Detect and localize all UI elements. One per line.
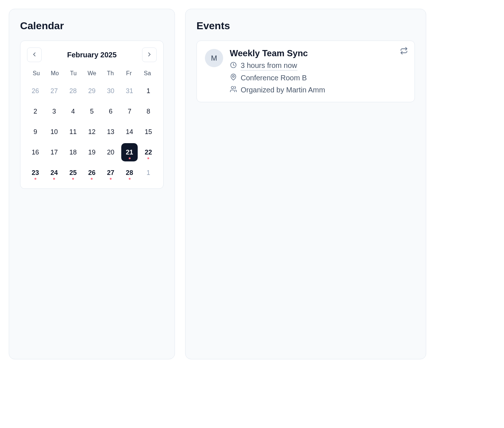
- day-number: 31: [126, 87, 133, 95]
- day-cell[interactable]: 29: [84, 82, 100, 100]
- event-card[interactable]: MWeekly Team Sync3 hours from nowConfere…: [196, 41, 415, 102]
- svg-point-2: [231, 87, 234, 89]
- day-number: 13: [107, 128, 114, 136]
- day-cell[interactable]: 7: [121, 102, 138, 121]
- day-cell[interactable]: 19: [84, 143, 100, 161]
- day-cell[interactable]: 8: [140, 102, 157, 121]
- day-cell[interactable]: 1: [140, 82, 157, 100]
- next-month-button[interactable]: [142, 47, 157, 62]
- prev-month-button[interactable]: [27, 47, 42, 62]
- days-grid: 2627282930311234567891011121314151617181…: [27, 82, 157, 182]
- day-cell[interactable]: 4: [65, 102, 81, 121]
- day-cell[interactable]: 21: [121, 143, 138, 161]
- day-number: 1: [146, 169, 150, 177]
- svg-point-1: [233, 76, 234, 77]
- event-indicator-dot: [129, 157, 130, 159]
- day-number: 12: [88, 128, 95, 136]
- day-cell[interactable]: 27: [46, 82, 63, 100]
- event-indicator-dot: [34, 178, 36, 180]
- day-cell[interactable]: 11: [65, 123, 81, 141]
- day-number: 9: [34, 128, 37, 136]
- day-cell[interactable]: 6: [102, 102, 119, 121]
- event-indicator-dot: [129, 178, 130, 180]
- events-title: Events: [196, 20, 415, 32]
- event-indicator-dot: [72, 178, 74, 180]
- event-time: 3 hours from now: [241, 61, 297, 70]
- day-number: 30: [107, 87, 114, 95]
- weekday-label: Fr: [120, 67, 138, 80]
- events-panel: Events MWeekly Team Sync3 hours from now…: [185, 9, 426, 359]
- day-cell[interactable]: 14: [121, 123, 138, 141]
- day-cell[interactable]: 16: [27, 143, 44, 161]
- day-cell[interactable]: 10: [46, 123, 63, 141]
- weekday-label: Tu: [64, 67, 83, 80]
- calendar-header: February 2025: [27, 47, 157, 62]
- event-location-row: Conference Room B: [230, 73, 406, 83]
- day-cell[interactable]: 25: [65, 164, 81, 182]
- weekday-label: Sa: [138, 67, 157, 80]
- day-cell[interactable]: 20: [102, 143, 119, 161]
- day-cell[interactable]: 1: [140, 164, 157, 182]
- weekday-label: Su: [27, 67, 46, 80]
- chevron-right-icon: [146, 51, 153, 59]
- event-organizer-row: Organized by Martin Amm: [230, 85, 406, 95]
- day-number: 11: [69, 128, 77, 136]
- weekdays-row: SuMoTuWeThFrSa: [27, 67, 157, 80]
- day-cell[interactable]: 17: [46, 143, 63, 161]
- day-cell[interactable]: 12: [84, 123, 100, 141]
- day-number: 22: [145, 149, 152, 156]
- day-cell[interactable]: 23: [27, 164, 44, 182]
- day-cell[interactable]: 24: [46, 164, 63, 182]
- repeat-icon: [400, 47, 408, 56]
- day-cell[interactable]: 9: [27, 123, 44, 141]
- day-cell[interactable]: 28: [121, 164, 138, 182]
- day-cell[interactable]: 15: [140, 123, 157, 141]
- day-cell[interactable]: 26: [84, 164, 100, 182]
- day-number: 25: [69, 169, 77, 177]
- day-cell[interactable]: 5: [84, 102, 100, 121]
- day-cell[interactable]: 13: [102, 123, 119, 141]
- day-number: 27: [50, 87, 58, 95]
- day-number: 16: [32, 149, 39, 156]
- day-number: 4: [71, 108, 75, 115]
- calendar-card: February 2025 SuMoTuWeThFrSa 26272829303…: [20, 41, 164, 189]
- day-number: 17: [50, 149, 58, 156]
- event-time-row: 3 hours from now: [230, 61, 406, 70]
- day-cell[interactable]: 30: [102, 82, 119, 100]
- day-cell[interactable]: 27: [102, 164, 119, 182]
- day-cell[interactable]: 31: [121, 82, 138, 100]
- day-cell[interactable]: 26: [27, 82, 44, 100]
- day-number: 7: [128, 108, 131, 115]
- chevron-left-icon: [31, 51, 38, 59]
- day-number: 6: [109, 108, 112, 115]
- day-number: 3: [52, 108, 56, 115]
- organizer-avatar: M: [205, 49, 223, 67]
- day-cell[interactable]: 22: [140, 143, 157, 161]
- day-number: 27: [107, 169, 114, 177]
- map-pin-icon: [230, 73, 237, 83]
- day-cell[interactable]: 3: [46, 102, 63, 121]
- day-number: 23: [32, 169, 39, 177]
- day-number: 24: [50, 169, 58, 177]
- day-number: 10: [50, 128, 58, 136]
- day-cell[interactable]: 2: [27, 102, 44, 121]
- weekday-label: Mo: [46, 67, 64, 80]
- day-number: 14: [126, 128, 133, 136]
- day-cell[interactable]: 28: [65, 82, 81, 100]
- event-indicator-dot: [148, 157, 149, 159]
- day-number: 18: [69, 149, 77, 156]
- day-cell[interactable]: 18: [65, 143, 81, 161]
- event-title: Weekly Team Sync: [230, 48, 406, 58]
- day-number: 20: [107, 149, 114, 156]
- day-number: 5: [90, 108, 93, 115]
- calendar-title: Calendar: [20, 20, 164, 32]
- event-content: Weekly Team Sync3 hours from nowConferen…: [230, 48, 406, 95]
- users-icon: [230, 85, 237, 95]
- day-number: 28: [69, 87, 77, 95]
- day-number: 19: [88, 149, 95, 156]
- event-indicator-dot: [91, 178, 93, 180]
- day-number: 8: [146, 108, 150, 115]
- events-list: MWeekly Team Sync3 hours from nowConfere…: [196, 41, 415, 102]
- day-number: 26: [88, 169, 95, 177]
- calendar-panel: Calendar February 2025 SuMoTuWeThFrSa 26…: [9, 9, 175, 359]
